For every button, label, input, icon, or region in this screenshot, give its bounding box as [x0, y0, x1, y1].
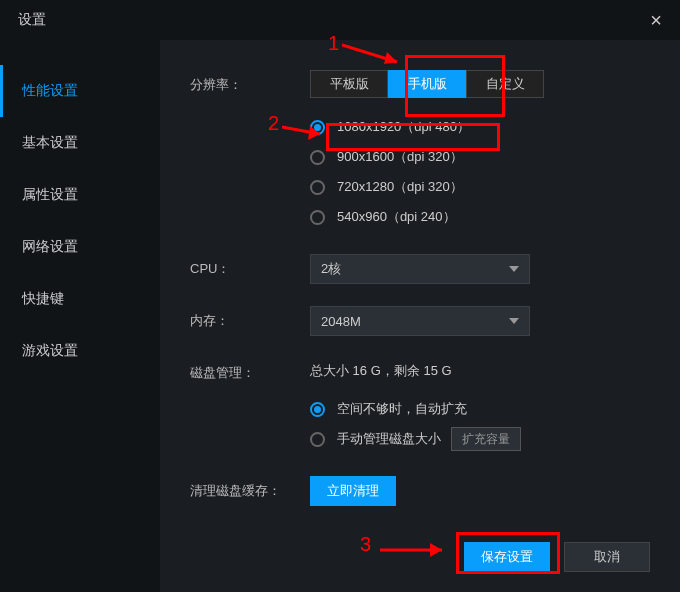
expand-capacity-button[interactable]: 扩充容量 [451, 427, 521, 451]
save-button[interactable]: 保存设置 [464, 542, 550, 572]
memory-label: 内存： [190, 306, 310, 330]
content: 分辨率： 平板版 手机版 自定义 1080x1920（dpi 480） 900x… [160, 40, 680, 592]
sidebar-item-property[interactable]: 属性设置 [0, 169, 160, 221]
cpu-select[interactable]: 2核 [310, 254, 530, 284]
clear-now-button[interactable]: 立即清理 [310, 476, 396, 506]
radio-icon [310, 180, 325, 195]
header: 设置 × [0, 0, 680, 40]
chevron-down-icon [509, 318, 519, 324]
memory-select[interactable]: 2048M [310, 306, 530, 336]
radio-icon [310, 150, 325, 165]
disk-option-manual[interactable]: 手动管理磁盘大小 扩充容量 [310, 424, 650, 454]
footer: 保存设置 取消 [464, 542, 650, 572]
sidebar: 性能设置 基本设置 属性设置 网络设置 快捷键 游戏设置 [0, 40, 160, 592]
tab-tablet[interactable]: 平板版 [310, 70, 388, 98]
window-title: 设置 [18, 11, 46, 29]
cancel-button[interactable]: 取消 [564, 542, 650, 572]
resolution-option-1080[interactable]: 1080x1920（dpi 480） [310, 112, 650, 142]
tab-custom[interactable]: 自定义 [466, 70, 544, 98]
close-icon[interactable]: × [650, 9, 662, 32]
cpu-label: CPU： [190, 254, 310, 278]
disk-info: 总大小 16 G，剩余 15 G [310, 358, 650, 380]
radio-icon [310, 210, 325, 225]
tab-phone[interactable]: 手机版 [388, 70, 466, 98]
radio-icon [310, 432, 325, 447]
radio-icon [310, 402, 325, 417]
sidebar-item-network[interactable]: 网络设置 [0, 221, 160, 273]
resolution-option-720[interactable]: 720x1280（dpi 320） [310, 172, 650, 202]
sidebar-item-shortcut[interactable]: 快捷键 [0, 273, 160, 325]
resolution-tabs: 平板版 手机版 自定义 [310, 70, 650, 98]
chevron-down-icon [509, 266, 519, 272]
disk-option-auto[interactable]: 空间不够时，自动扩充 [310, 394, 650, 424]
sidebar-item-game[interactable]: 游戏设置 [0, 325, 160, 377]
resolution-option-900[interactable]: 900x1600（dpi 320） [310, 142, 650, 172]
sidebar-item-performance[interactable]: 性能设置 [0, 65, 160, 117]
resolution-label: 分辨率： [190, 70, 310, 94]
clear-cache-label: 清理磁盘缓存： [190, 476, 310, 500]
radio-icon [310, 120, 325, 135]
sidebar-item-basic[interactable]: 基本设置 [0, 117, 160, 169]
disk-label: 磁盘管理： [190, 358, 310, 382]
resolution-option-540[interactable]: 540x960（dpi 240） [310, 202, 650, 232]
